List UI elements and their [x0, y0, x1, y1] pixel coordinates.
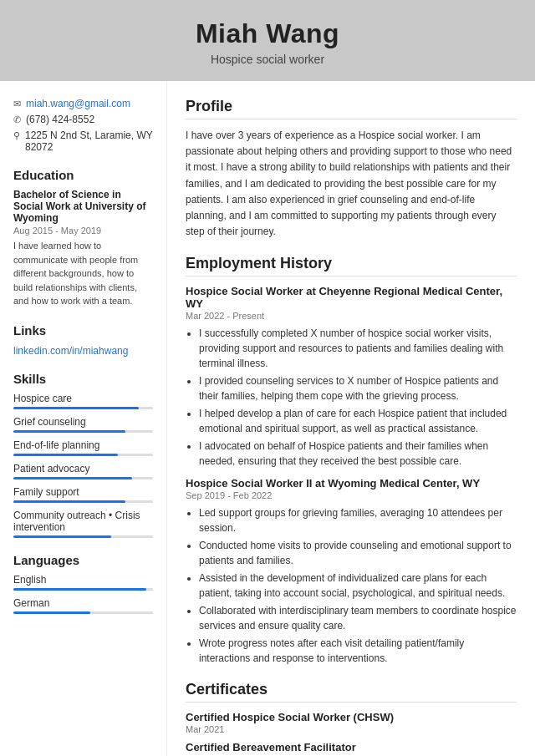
skill-bar-fill: [13, 454, 118, 456]
links-list: linkedin.com/in/miahwang: [13, 344, 153, 357]
language-name: German: [13, 597, 153, 609]
certs-list: Certified Hospice Social Worker (CHSW) M…: [186, 711, 517, 756]
email-icon: ✉: [13, 99, 21, 109]
job-date: Mar 2022 - Present: [186, 311, 517, 321]
job-bullet: Wrote progress notes after each visit de…: [199, 636, 517, 666]
language-bar-fill: [13, 611, 90, 614]
links-title: Links: [13, 323, 153, 337]
job-title: Hospice Social Worker at Cheyenne Region…: [186, 285, 517, 310]
education-title: Education: [13, 168, 153, 182]
contact-email: ✉ miah.wang@gmail.com: [13, 98, 153, 109]
main-layout: ✉ miah.wang@gmail.com ✆ (678) 424-8552 ⚲…: [0, 81, 535, 756]
skill-bar-bg: [13, 430, 153, 433]
language-item: German: [13, 597, 153, 614]
contact-address: ⚲ 1225 N 2nd St, Laramie, WY 82072: [13, 129, 153, 153]
skill-bar-bg: [13, 500, 153, 503]
header-name: Miah Wang: [17, 18, 518, 49]
main-content: Profile I have over 3 years of experienc…: [167, 81, 535, 756]
job-bullet: Assisted in the development of individua…: [199, 571, 517, 601]
skill-item: Family support: [13, 486, 153, 503]
address-text: 1225 N 2nd St, Laramie, WY 82072: [25, 129, 153, 153]
language-bar-bg: [13, 611, 153, 614]
skill-name: Grief counseling: [13, 416, 153, 428]
skill-bar-fill: [13, 430, 125, 433]
job-date: Sep 2019 - Feb 2022: [186, 490, 517, 500]
employment-section: Employment History Hospice Social Worker…: [186, 255, 517, 666]
job-title: Hospice Social Worker II at Wyoming Medi…: [186, 477, 517, 490]
skill-name: Family support: [13, 486, 153, 498]
skill-name: Hospice care: [13, 393, 153, 404]
skill-bar-fill: [13, 407, 139, 409]
skill-bar-bg: [13, 477, 153, 479]
skill-bar-fill: [13, 535, 111, 538]
edu-date: Aug 2015 - May 2019: [13, 226, 153, 236]
skills-list: Hospice care Grief counseling End-of-lif…: [13, 393, 153, 538]
profile-text: I have over 3 years of experience as a H…: [186, 128, 517, 240]
edu-description: I have learned how to communicate with p…: [13, 239, 153, 308]
cert-name: Certified Bereavement Facilitator: [186, 741, 517, 753]
edu-degree: Bachelor of Science in Social Work at Un…: [13, 189, 153, 224]
skill-item: Grief counseling: [13, 416, 153, 433]
skill-name: Community outreach • Crisis intervention: [13, 510, 153, 533]
skill-name: End-of-life planning: [13, 439, 153, 451]
employment-section-title: Employment History: [186, 255, 517, 277]
skill-bar-fill: [13, 477, 132, 479]
skill-name: Patient advocacy: [13, 463, 153, 474]
job-entry: Hospice Social Worker II at Wyoming Medi…: [186, 477, 517, 666]
skills-title: Skills: [13, 372, 153, 386]
certificates-section: Certificates Certified Hospice Social Wo…: [186, 681, 517, 756]
skill-item: Community outreach • Crisis intervention: [13, 510, 153, 538]
contact-section: ✉ miah.wang@gmail.com ✆ (678) 424-8552 ⚲…: [13, 98, 153, 153]
job-bullet: Collaborated with interdisciplinary team…: [199, 603, 517, 633]
languages-section: Languages English German: [13, 553, 153, 614]
job-entry: Hospice Social Worker at Cheyenne Region…: [186, 285, 517, 469]
languages-list: English German: [13, 574, 153, 614]
header-title: Hospice social worker: [17, 53, 518, 66]
cert-name: Certified Hospice Social Worker (CHSW): [186, 711, 517, 723]
sidebar: ✉ miah.wang@gmail.com ✆ (678) 424-8552 ⚲…: [0, 81, 167, 756]
profile-section: Profile I have over 3 years of experienc…: [186, 98, 517, 240]
skill-bar-fill: [13, 500, 125, 503]
language-item: English: [13, 574, 153, 591]
location-icon: ⚲: [13, 130, 20, 141]
job-bullet: Conducted home visits to provide counsel…: [199, 538, 517, 568]
skill-item: End-of-life planning: [13, 439, 153, 456]
job-bullet: I helped develop a plan of care for each…: [199, 406, 517, 436]
job-bullet: Led support groups for grieving families…: [199, 505, 517, 535]
job-bullet: I advocated on behalf of Hospice patient…: [199, 439, 517, 469]
skill-bar-bg: [13, 454, 153, 456]
profile-section-title: Profile: [186, 98, 517, 119]
email-link[interactable]: miah.wang@gmail.com: [26, 98, 130, 109]
phone-icon: ✆: [13, 114, 21, 125]
certificate-item: Certified Hospice Social Worker (CHSW) M…: [186, 711, 517, 734]
job-bullets: Led support groups for grieving families…: [186, 505, 517, 666]
jobs-list: Hospice Social Worker at Cheyenne Region…: [186, 285, 517, 666]
language-bar-bg: [13, 588, 153, 591]
skill-bar-bg: [13, 535, 153, 538]
header: Miah Wang Hospice social worker: [0, 0, 535, 81]
job-bullet: I successfully completed X number of hos…: [199, 326, 517, 371]
skill-item: Patient advocacy: [13, 463, 153, 479]
language-name: English: [13, 574, 153, 586]
languages-title: Languages: [13, 553, 153, 567]
education-section: Education Bachelor of Science in Social …: [13, 168, 153, 308]
language-bar-fill: [13, 588, 146, 591]
skill-bar-bg: [13, 407, 153, 409]
skills-section: Skills Hospice care Grief counseling End…: [13, 372, 153, 538]
certificates-section-title: Certificates: [186, 681, 517, 703]
links-section: Links linkedin.com/in/miahwang: [13, 323, 153, 357]
certificate-item: Certified Bereavement Facilitator Nov 20…: [186, 741, 517, 756]
job-bullet: I provided counseling services to X numb…: [199, 373, 517, 403]
linkedin-link[interactable]: linkedin.com/in/miahwang: [13, 345, 128, 357]
contact-phone: ✆ (678) 424-8552: [13, 114, 153, 125]
job-bullets: I successfully completed X number of hos…: [186, 326, 517, 469]
phone-text: (678) 424-8552: [26, 114, 94, 125]
cert-date: Mar 2021: [186, 724, 517, 734]
skill-item: Hospice care: [13, 393, 153, 409]
